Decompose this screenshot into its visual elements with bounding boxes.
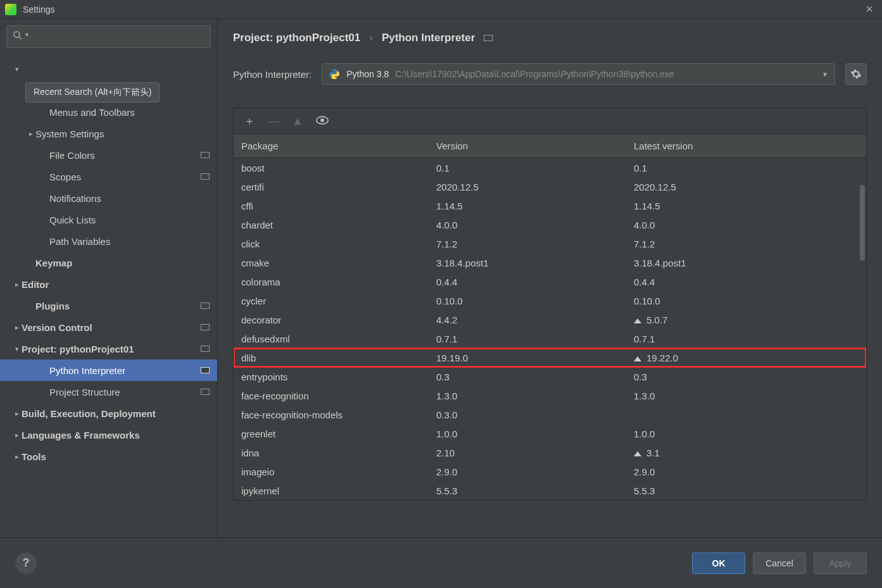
- cancel-button[interactable]: Cancel: [753, 553, 806, 574]
- scrollbar-thumb[interactable]: [860, 185, 865, 261]
- package-version: 4.0.0: [429, 220, 626, 230]
- settings-search-input[interactable]: [6, 25, 211, 48]
- close-icon[interactable]: ×: [862, 2, 877, 16]
- chevron-right-icon: ▸: [13, 453, 22, 461]
- package-version: 2.10: [429, 447, 626, 458]
- help-button[interactable]: ?: [15, 553, 37, 574]
- package-version: 2.9.0: [429, 466, 626, 477]
- package-latest: 0.4.4: [626, 277, 866, 287]
- chevron-down-icon: ▾: [13, 345, 22, 353]
- project-scope-badge-icon: [201, 303, 210, 309]
- package-latest: 3.1: [626, 447, 866, 458]
- table-row[interactable]: ipykernel5.5.35.5.3: [234, 481, 866, 500]
- interpreter-dropdown[interactable]: Python 3.8 C:\Users\17902\AppData\Local\…: [322, 63, 835, 85]
- settings-content: Project: pythonProject01 › Python Interp…: [218, 19, 882, 537]
- table-row[interactable]: idna2.103.1: [234, 443, 866, 462]
- sidebar-item-languages-frameworks[interactable]: ▸Languages & Frameworks: [0, 424, 217, 446]
- package-version: 19.19.0: [429, 353, 626, 363]
- upgrade-package-button[interactable]: ▲: [292, 115, 303, 128]
- sidebar-item-system-settings[interactable]: ▸System Settings: [0, 123, 217, 144]
- package-version: 1.0.0: [429, 428, 626, 439]
- package-toolbar: ＋ — ▲: [233, 108, 867, 134]
- apply-button[interactable]: Apply: [814, 553, 867, 574]
- project-scope-badge-icon: [201, 346, 210, 352]
- sidebar-item-scopes[interactable]: Scopes: [0, 166, 217, 187]
- sidebar-item-label: Notifications: [49, 193, 210, 204]
- package-latest: 1.3.0: [626, 391, 866, 401]
- latest-version-text: 2020.12.5: [634, 182, 676, 192]
- header-version[interactable]: Version: [429, 141, 626, 151]
- sidebar-item-editor[interactable]: ▸Editor: [0, 273, 217, 295]
- package-version: 1.3.0: [429, 391, 626, 401]
- package-version: 0.3: [429, 372, 626, 382]
- package-version: 7.1.2: [429, 239, 626, 249]
- latest-version-text: 5.0.7: [646, 315, 667, 325]
- sidebar-item-menus-and-toolbars[interactable]: Menus and Toolbars: [0, 101, 217, 123]
- latest-version-text: 0.1: [634, 163, 647, 173]
- table-row[interactable]: greenlet1.0.01.0.0: [234, 424, 866, 443]
- project-scope-badge-icon: [201, 152, 210, 158]
- package-version: 1.14.5: [429, 201, 626, 211]
- latest-version-text: 1.3.0: [634, 391, 655, 401]
- sidebar-item-plugins[interactable]: Plugins: [0, 295, 217, 316]
- table-row[interactable]: defusedxml0.7.10.7.1: [234, 329, 866, 348]
- package-name: cmake: [234, 258, 429, 268]
- package-name: idna: [234, 447, 429, 458]
- table-row[interactable]: chardet4.0.04.0.0: [234, 215, 866, 234]
- package-name: chardet: [234, 220, 429, 230]
- package-name: boost: [234, 163, 429, 173]
- sidebar-item-build-execution-deployment[interactable]: ▸Build, Execution, Deployment: [0, 403, 217, 424]
- chevron-right-icon: ▸: [13, 323, 22, 332]
- interpreter-settings-button[interactable]: [845, 63, 867, 85]
- svg-point-0: [14, 32, 20, 37]
- table-row[interactable]: dlib19.19.019.22.0: [234, 348, 866, 367]
- sidebar-item-project-pythonproject01[interactable]: ▾Project: pythonProject01: [0, 338, 217, 360]
- recent-search-tooltip: Recent Search (Alt+向下箭头): [25, 82, 160, 103]
- table-row[interactable]: click7.1.27.1.2: [234, 234, 866, 253]
- pycharm-icon: [5, 4, 16, 15]
- sidebar-item-path-variables[interactable]: Path Variables: [0, 230, 217, 252]
- sidebar-item-label: Project Structure: [49, 387, 201, 397]
- sidebar-item-file-colors[interactable]: File Colors: [0, 144, 217, 166]
- sidebar-item-quick-lists[interactable]: Quick Lists: [0, 209, 217, 230]
- svg-point-3: [320, 118, 324, 122]
- latest-version-text: 3.18.4.post1: [634, 258, 686, 268]
- ok-button[interactable]: OK: [692, 553, 745, 574]
- package-latest: 0.1: [626, 163, 866, 173]
- sidebar-item-appearance-behavior[interactable]: ▾Appearance & Behavior: [0, 58, 217, 80]
- project-scope-badge-icon: [201, 367, 210, 373]
- table-row[interactable]: boost0.10.1: [234, 158, 866, 177]
- header-latest[interactable]: Latest version: [626, 141, 866, 151]
- sidebar-item-label: Quick Lists: [49, 215, 210, 225]
- table-row[interactable]: imageio2.9.02.9.0: [234, 462, 866, 481]
- table-row[interactable]: cycler0.10.00.10.0: [234, 291, 866, 310]
- sidebar-item-project-structure[interactable]: Project Structure: [0, 381, 217, 403]
- latest-version-text: 1.14.5: [634, 201, 660, 211]
- show-early-releases-button[interactable]: [316, 115, 329, 128]
- sidebar-item-keymap[interactable]: Keymap: [0, 252, 217, 273]
- remove-package-button[interactable]: —: [268, 115, 279, 128]
- sidebar-item-label: Project: pythonProject01: [22, 344, 201, 354]
- package-latest: 3.18.4.post1: [626, 258, 866, 268]
- table-row[interactable]: face-recognition-models0.3.0: [234, 405, 866, 424]
- latest-version-text: 2.9.0: [634, 466, 655, 477]
- package-latest: 0.3: [626, 372, 866, 382]
- table-row[interactable]: face-recognition1.3.01.3.0: [234, 386, 866, 405]
- chevron-right-icon: ▸: [13, 410, 22, 418]
- header-package[interactable]: Package: [234, 141, 429, 151]
- sidebar-item-tools[interactable]: ▸Tools: [0, 446, 217, 467]
- sidebar-item-label: Path Variables: [49, 236, 210, 247]
- table-row[interactable]: entrypoints0.30.3: [234, 367, 866, 386]
- table-row[interactable]: certifi2020.12.52020.12.5: [234, 177, 866, 196]
- table-row[interactable]: cffi1.14.51.14.5: [234, 196, 866, 215]
- latest-version-text: 1.0.0: [634, 428, 655, 439]
- sidebar-item-version-control[interactable]: ▸Version Control: [0, 316, 217, 338]
- interpreter-path: C:\Users\17902\AppData\Local\Programs\Py…: [395, 69, 674, 79]
- table-row[interactable]: cmake3.18.4.post13.18.4.post1: [234, 253, 866, 272]
- table-row[interactable]: colorama0.4.40.4.4: [234, 272, 866, 291]
- sidebar-item-python-interpreter[interactable]: Python Interpreter: [0, 360, 217, 381]
- add-package-button[interactable]: ＋: [244, 113, 255, 128]
- package-version: 0.1: [429, 163, 626, 173]
- table-row[interactable]: decorator4.4.25.0.7: [234, 310, 866, 329]
- sidebar-item-notifications[interactable]: Notifications: [0, 187, 217, 209]
